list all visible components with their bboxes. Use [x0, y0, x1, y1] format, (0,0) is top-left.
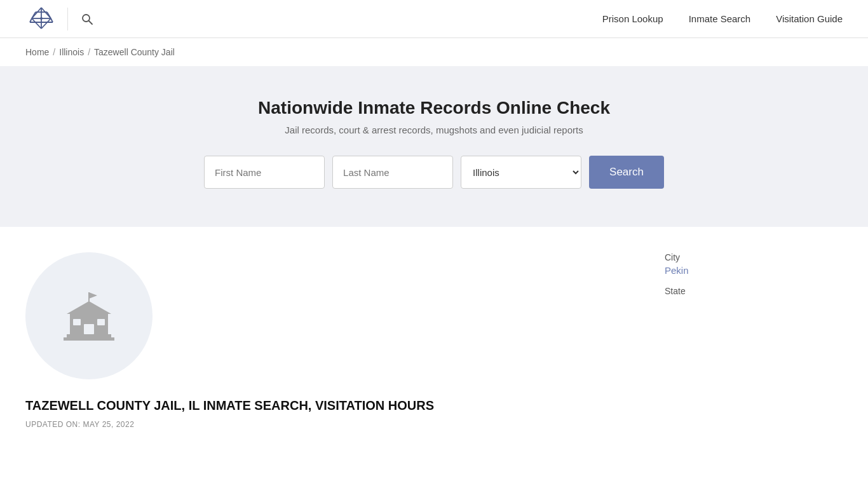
- nav-visitation-guide[interactable]: Visitation Guide: [776, 13, 843, 24]
- svg-marker-17: [67, 301, 111, 314]
- search-button[interactable]: Search: [589, 156, 664, 189]
- jail-icon-container: [25, 252, 153, 379]
- search-form: AlabamaAlaskaArizonaArkansasCaliforniaCo…: [25, 156, 843, 189]
- breadcrumb-home[interactable]: Home: [25, 47, 49, 57]
- svg-marker-16: [89, 292, 97, 299]
- first-name-input[interactable]: [204, 156, 325, 189]
- nav-prison-lookup[interactable]: Prison Lookup: [602, 13, 663, 24]
- hero-title: Nationwide Inmate Records Online Check: [25, 98, 843, 118]
- city-value: Pekin: [665, 265, 843, 276]
- svg-rect-21: [97, 319, 105, 325]
- logo-icon: [25, 4, 57, 33]
- city-label: City: [665, 252, 843, 262]
- header: Prison Lookup Inmate Search Visitation G…: [0, 0, 868, 38]
- svg-rect-19: [84, 324, 94, 334]
- logo: [25, 4, 57, 33]
- breadcrumb-sep-1: /: [53, 47, 55, 57]
- breadcrumb-current: Tazewell County Jail: [94, 47, 175, 57]
- last-name-input[interactable]: [332, 156, 453, 189]
- breadcrumb: Home / Illinois / Tazewell County Jail: [0, 38, 868, 66]
- nav-inmate-search[interactable]: Inmate Search: [689, 13, 751, 24]
- svg-line-2: [32, 18, 41, 29]
- jail-building-icon: [54, 287, 124, 344]
- svg-point-13: [83, 15, 90, 22]
- header-search-button[interactable]: [78, 10, 96, 28]
- jail-title: TAZEWELL COUNTY JAIL, IL INMATE SEARCH, …: [25, 397, 627, 414]
- svg-line-3: [41, 18, 51, 29]
- jail-info: TAZEWELL COUNTY JAIL, IL INMATE SEARCH, …: [25, 252, 627, 442]
- updated-on: UPDATED ON: MAY 25, 2022: [25, 420, 627, 429]
- search-icon: [81, 13, 93, 25]
- svg-rect-23: [64, 337, 114, 341]
- header-left: [25, 4, 96, 33]
- breadcrumb-illinois[interactable]: Illinois: [59, 47, 84, 57]
- svg-rect-22: [67, 334, 111, 337]
- svg-point-12: [40, 17, 43, 20]
- main-content: TAZEWELL COUNTY JAIL, IL INMATE SEARCH, …: [0, 227, 868, 467]
- info-panel: City Pekin State: [665, 252, 843, 296]
- state-label: State: [665, 286, 843, 296]
- svg-line-11: [51, 18, 53, 22]
- main-nav: Prison Lookup Inmate Search Visitation G…: [602, 13, 843, 24]
- svg-line-10: [30, 18, 32, 22]
- svg-rect-20: [73, 319, 81, 325]
- header-divider: [67, 8, 68, 30]
- hero-subtitle: Jail records, court & arrest records, mu…: [25, 125, 843, 135]
- hero-section: Nationwide Inmate Records Online Check J…: [0, 66, 868, 227]
- breadcrumb-sep-2: /: [88, 47, 90, 57]
- state-select[interactable]: AlabamaAlaskaArizonaArkansasCaliforniaCo…: [461, 156, 581, 189]
- svg-line-14: [89, 21, 92, 24]
